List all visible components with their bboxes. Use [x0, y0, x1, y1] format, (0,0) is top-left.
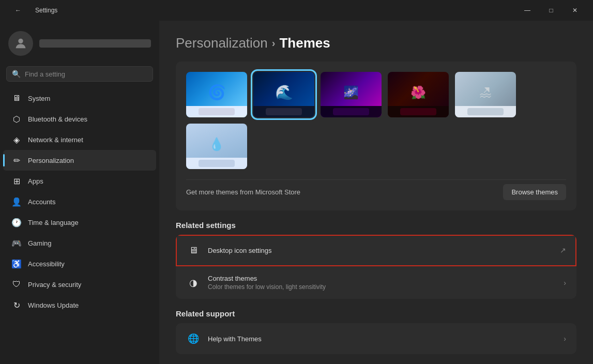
- sidebar-item-bluetooth[interactable]: ⬡ Bluetooth & devices: [3, 109, 156, 129]
- nav-icon-system: 🖥: [11, 93, 22, 103]
- avatar: [8, 31, 33, 56]
- titlebar: ← Settings — □ ✕: [0, 0, 593, 21]
- nav-label-accessibility: Accessibility: [28, 260, 65, 268]
- setting-icon-desktop-icon: 🖥: [186, 243, 201, 257]
- setting-text-desktop-icon: Desktop icon settings: [208, 247, 560, 254]
- related-support-title: Related support: [176, 309, 576, 318]
- user-section: [0, 25, 159, 66]
- titlebar-controls: — □ ✕: [515, 2, 587, 19]
- theme-bg-3: 🌌: [321, 72, 382, 117]
- sidebar-item-accessibility[interactable]: ♿ Accessibility: [3, 253, 156, 274]
- nav-label-privacy: Privacy & security: [28, 281, 81, 289]
- theme-bg-1: 🌀: [186, 72, 247, 117]
- breadcrumb-parent: Personalization: [176, 35, 268, 51]
- sidebar-item-update[interactable]: ↻ Windows Update: [3, 295, 156, 315]
- nav-icon-accounts: 👤: [11, 196, 22, 207]
- theme-bg-4: 🌺: [388, 72, 449, 117]
- nav-label-gaming: Gaming: [28, 239, 52, 247]
- nav-label-accounts: Accounts: [28, 198, 55, 206]
- sidebar-item-network[interactable]: ◈ Network & internet: [3, 129, 156, 150]
- support-icon-help-themes: 🌐: [186, 331, 201, 346]
- theme-taskbar-4: [388, 106, 449, 117]
- nav-label-network: Network & internet: [28, 136, 83, 144]
- sidebar-item-time[interactable]: 🕐 Time & language: [3, 212, 156, 233]
- search-icon: 🔍: [12, 70, 21, 78]
- theme-taskbar-2: [253, 106, 314, 117]
- nav-label-bluetooth: Bluetooth & devices: [28, 115, 87, 123]
- titlebar-left: ← Settings: [6, 2, 57, 19]
- search-box[interactable]: 🔍: [6, 66, 153, 82]
- theme-card-1[interactable]: 🌀: [186, 72, 247, 117]
- theme-card-6[interactable]: 💧: [186, 124, 247, 169]
- nav-icon-personalization: ✏: [11, 155, 22, 165]
- close-button[interactable]: ✕: [563, 2, 587, 19]
- theme-taskbar-bar-6: [199, 160, 235, 167]
- nav-icon-accessibility: ♿: [11, 259, 22, 269]
- setting-label-contrast-themes: Contrast themes: [208, 275, 564, 282]
- theme-bg-2: 🌊: [253, 72, 314, 117]
- browse-themes-button[interactable]: Browse themes: [503, 184, 566, 200]
- theme-card-5[interactable]: 🏖: [455, 72, 516, 117]
- related-settings-list: 🖥 Desktop icon settings ↗ ◑ Contrast the…: [176, 235, 576, 299]
- theme-bg-5: 🏖: [455, 72, 516, 117]
- setting-item-desktop-icon[interactable]: 🖥 Desktop icon settings ↗: [176, 235, 576, 266]
- sidebar-item-personalization[interactable]: ✏ Personalization: [3, 150, 156, 171]
- theme-card-2[interactable]: 🌊: [253, 72, 314, 117]
- nav-icon-bluetooth: ⬡: [11, 114, 22, 124]
- theme-taskbar-bar-2: [266, 108, 302, 115]
- theme-card-3[interactable]: 🌌: [321, 72, 382, 117]
- related-settings-title: Related settings: [176, 221, 576, 230]
- user-name: [39, 39, 151, 48]
- setting-item-contrast-themes[interactable]: ◑ Contrast themes Color themes for low v…: [176, 266, 576, 299]
- support-arrow-help-themes: ›: [564, 335, 566, 343]
- back-button[interactable]: ←: [6, 2, 30, 19]
- related-settings-section: Related settings 🖥 Desktop icon settings…: [176, 221, 576, 299]
- app-body: 🔍 🖥 System ⬡ Bluetooth & devices ◈ Netwo…: [0, 21, 593, 364]
- setting-arrow-contrast-themes: ›: [564, 279, 566, 287]
- nav-icon-network: ◈: [11, 134, 22, 145]
- related-support-list: 🌐 Help with Themes ›: [176, 323, 576, 354]
- nav-icon-privacy: 🛡: [11, 279, 22, 290]
- theme-bg-6: 💧: [186, 124, 247, 169]
- nav-label-apps: Apps: [28, 177, 43, 185]
- nav-icon-update: ↻: [11, 300, 22, 310]
- breadcrumb: Personalization › Themes: [176, 35, 576, 51]
- themes-section: 🌀 🌊 🌌 🌺 🏖: [176, 62, 576, 210]
- nav-icon-apps: ⊞: [11, 176, 22, 186]
- theme-taskbar-bar-4: [400, 108, 437, 115]
- sidebar-item-gaming[interactable]: 🎮 Gaming: [3, 233, 156, 253]
- theme-taskbar-5: [455, 106, 516, 117]
- setting-icon-contrast-themes: ◑: [186, 276, 201, 290]
- support-text-help-themes: Help with Themes: [208, 335, 564, 343]
- setting-arrow-desktop-icon: ↗: [560, 246, 566, 254]
- sidebar-item-accounts[interactable]: 👤 Accounts: [3, 191, 156, 212]
- sidebar-item-system[interactable]: 🖥 System: [3, 88, 156, 109]
- nav-list: 🖥 System ⬡ Bluetooth & devices ◈ Network…: [0, 88, 159, 315]
- search-input[interactable]: [25, 70, 147, 78]
- setting-text-contrast-themes: Contrast themes Color themes for low vis…: [208, 275, 564, 291]
- svg-point-0: [18, 39, 23, 43]
- theme-card-4[interactable]: 🌺: [388, 72, 449, 117]
- breadcrumb-current: Themes: [279, 35, 330, 51]
- minimize-icon: —: [524, 7, 530, 14]
- support-label-help-themes: Help with Themes: [208, 335, 564, 343]
- titlebar-title: Settings: [35, 7, 57, 14]
- close-icon: ✕: [572, 7, 577, 14]
- maximize-icon: □: [549, 7, 553, 14]
- support-item-help-themes[interactable]: 🌐 Help with Themes ›: [176, 323, 576, 354]
- sidebar-item-privacy[interactable]: 🛡 Privacy & security: [3, 274, 156, 295]
- theme-taskbar-bar-5: [467, 108, 504, 115]
- theme-taskbar-bar-1: [199, 108, 235, 115]
- theme-taskbar-6: [186, 158, 247, 169]
- main-content: Personalization › Themes 🌀 🌊 🌌: [159, 21, 593, 364]
- sidebar-item-apps[interactable]: ⊞ Apps: [3, 171, 156, 191]
- maximize-button[interactable]: □: [539, 2, 563, 19]
- minimize-button[interactable]: —: [515, 2, 539, 19]
- related-support-section: Related support 🌐 Help with Themes ›: [176, 309, 576, 354]
- themes-grid: 🌀 🌊 🌌 🌺 🏖: [186, 72, 566, 169]
- back-icon: ←: [15, 7, 21, 14]
- nav-label-system: System: [28, 95, 50, 102]
- setting-label-desktop-icon: Desktop icon settings: [208, 247, 560, 254]
- theme-taskbar-1: [186, 106, 247, 117]
- setting-sublabel-contrast-themes: Color themes for low vision, light sensi…: [208, 283, 564, 291]
